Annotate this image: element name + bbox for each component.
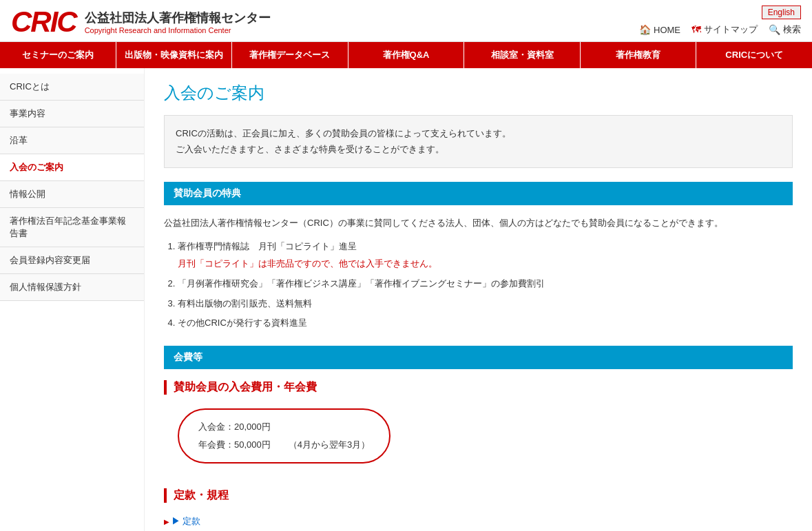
- fee-entry: 入会金：20,000円: [198, 418, 370, 436]
- main-nav-item-3[interactable]: 著作権Q&A: [348, 42, 465, 68]
- sidebar: CRICとは事業内容沿革入会のご案内情報公開著作権法百年記念基金事業報告書会員登…: [0, 68, 145, 531]
- english-button[interactable]: English: [762, 6, 801, 19]
- fee-box: 入会金：20,000円 年会費：50,000円 （4月から翌年3月）: [178, 408, 391, 464]
- list-item-2: 「月例著作権研究会」「著作権ビジネス講座」「著作権イブニングセミナー」の参加費割…: [178, 275, 793, 293]
- header-right: English 🏠 HOME 🗺 サイトマップ 🔍 検索: [639, 6, 801, 36]
- home-nav-item[interactable]: 🏠 HOME: [639, 24, 680, 35]
- sidebar-item-4[interactable]: 情報公開: [0, 181, 144, 208]
- sidebar-item-0[interactable]: CRICとは: [0, 74, 144, 101]
- main-nav-item-0[interactable]: セミナーのご案内: [0, 42, 116, 68]
- list-item-3-main: 有料出版物の割引販売、送料無料: [178, 298, 312, 309]
- sidebar-item-1[interactable]: 事業内容: [0, 101, 144, 127]
- section1-header: 賛助会員の特典: [164, 182, 793, 205]
- logo-text: 公益社団法人著作権情報センター Copyright Research and I…: [85, 10, 271, 34]
- intro-line2: ご入会いただきますと、さまざまな特典を受けることができます。: [176, 141, 781, 157]
- main-nav-item-1[interactable]: 出版物・映像資料に案内: [116, 42, 233, 68]
- list-item-3: 有料出版物の割引販売、送料無料: [178, 295, 793, 313]
- main-nav-item-2[interactable]: 著作権データベース: [232, 42, 348, 68]
- english-button-area: English: [762, 6, 801, 19]
- section1-list: 著作権専門情報誌 月刊「コピライト」進呈 月刊「コピライト」は非売品ですので、他…: [164, 238, 793, 331]
- search-label: 検索: [783, 23, 801, 36]
- sidebar-item-7[interactable]: 個人情報保護方針: [0, 274, 144, 301]
- logo-title: 公益社団法人著作権情報センター: [85, 10, 271, 26]
- list-item-4-main: その他CRICが発行する資料進呈: [178, 317, 307, 328]
- page-title: 入会のご案内: [164, 82, 793, 104]
- fee-section: 賛助会員の入会費用・年会費 入会金：20,000円 年会費：50,000円 （4…: [164, 380, 793, 477]
- header-nav: 🏠 HOME 🗺 サイトマップ 🔍 検索: [639, 23, 801, 36]
- sidebar-item-6[interactable]: 会員登録内容変更届: [0, 247, 144, 274]
- sidebar-item-5[interactable]: 著作権法百年記念基金事業報告書: [0, 208, 144, 247]
- link-teikan[interactable]: ▶ 定款: [164, 512, 793, 530]
- sitemap-label: サイトマップ: [704, 23, 758, 36]
- subsection-title: 賛助会員の入会費用・年会費: [164, 380, 793, 395]
- sidebar-item-2[interactable]: 沿革: [0, 127, 144, 154]
- main-content: 入会のご案内 CRICの活動は、正会員に加え、多くの賛助会員の皆様によって支えら…: [145, 68, 812, 531]
- list-item-1: 著作権専門情報誌 月刊「コピライト」進呈 月刊「コピライト」は非売品ですので、他…: [178, 238, 793, 272]
- list-item-1-sub: 月刊「コピライト」は非売品ですので、他では入手できません。: [178, 258, 437, 269]
- subsection2-title: 定款・規程: [164, 488, 793, 503]
- fee-annual: 年会費：50,000円 （4月から翌年3月）: [198, 436, 370, 454]
- main-nav-item-4[interactable]: 相談室・資料室: [464, 42, 581, 68]
- sitemap-icon: 🗺: [691, 24, 701, 35]
- section2-header: 会費等: [164, 346, 793, 369]
- sitemap-nav-item[interactable]: 🗺 サイトマップ: [691, 23, 758, 36]
- main-nav-item-6[interactable]: CRICについて: [696, 42, 812, 68]
- search-nav-item[interactable]: 🔍 検索: [769, 23, 801, 36]
- definition-section: 定款・規程 ▶ 定款 ▶ 入会及び退会に関する規程 ▶ 入会金及び会費に関する規…: [164, 488, 793, 531]
- section1-content: 公益社団法人著作権情報センター（CRIC）の事業に賛同してくださる法人、団体、個…: [164, 215, 793, 332]
- intro-line1: CRICの活動は、正会員に加え、多くの賛助会員の皆様によって支えられています。: [176, 125, 781, 141]
- list-item-2-main: 「月例著作権研究会」「著作権ビジネス講座」「著作権イブニングセミナー」の参加費割…: [178, 278, 545, 289]
- logo-cric[interactable]: CRIC: [11, 6, 76, 39]
- list-item-1-main: 著作権専門情報誌 月刊「コピライト」進呈: [178, 241, 357, 251]
- header-logo-area: CRIC 公益社団法人著作権情報センター Copyright Research …: [11, 6, 271, 39]
- logo-subtitle: Copyright Research and Information Cente…: [85, 26, 271, 34]
- home-label: HOME: [654, 25, 680, 35]
- main-navigation: セミナーのご案内出版物・映像資料に案内著作権データベース著作権Q&A相談室・資料…: [0, 42, 812, 68]
- sidebar-item-3[interactable]: 入会のご案内: [0, 154, 144, 181]
- search-icon: 🔍: [769, 24, 780, 35]
- list-item-4: その他CRICが発行する資料進呈: [178, 315, 793, 332]
- intro-box: CRICの活動は、正会員に加え、多くの賛助会員の皆様によって支えられています。 …: [164, 115, 793, 168]
- home-icon: 🏠: [639, 24, 651, 35]
- page-layout: CRICとは事業内容沿革入会のご案内情報公開著作権法百年記念基金事業報告書会員登…: [0, 68, 812, 531]
- section1-desc: 公益社団法人著作権情報センター（CRIC）の事業に賛同してくださる法人、団体、個…: [164, 215, 793, 232]
- main-nav-item-5[interactable]: 著作権教育: [581, 42, 697, 68]
